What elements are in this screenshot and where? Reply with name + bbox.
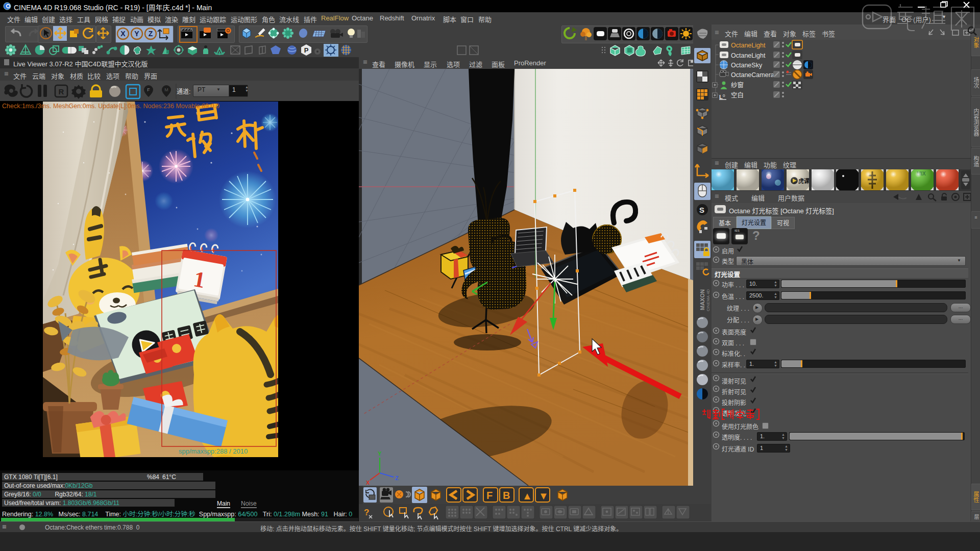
svg-text:R: R xyxy=(59,87,64,96)
svg-text:OctaneLight: OctaneLight xyxy=(731,42,766,49)
svg-text:Z: Z xyxy=(395,475,399,481)
svg-text:纱窗: 纱窗 xyxy=(731,82,744,89)
svg-text:OctaneCamera: OctaneCamera xyxy=(731,71,774,79)
svg-text:?: ? xyxy=(364,508,369,517)
svg-text:Y: Y xyxy=(134,30,139,38)
svg-text:spp/maxspp:288 / 2010: spp/maxspp:288 / 2010 xyxy=(179,447,248,455)
svg-text:Z: Z xyxy=(149,30,153,38)
svg-text:OctaneSky: OctaneSky xyxy=(731,62,763,69)
svg-text:OctaneLight: OctaneLight xyxy=(731,52,766,59)
svg-text:0: 0 xyxy=(723,93,725,98)
svg-text:空白: 空白 xyxy=(731,91,744,99)
svg-text:X: X xyxy=(120,30,126,38)
svg-text:X: X xyxy=(366,480,370,486)
svg-text:MAXON: MAXON xyxy=(699,289,705,310)
svg-text:B: B xyxy=(503,490,510,501)
svg-text:▲: ▲ xyxy=(522,490,532,502)
svg-text:L: L xyxy=(719,94,723,100)
svg-text:CINEMA 4D: CINEMA 4D xyxy=(706,289,710,311)
svg-text:M: M xyxy=(164,87,168,92)
svg-text:P: P xyxy=(304,46,309,54)
svg-text:▼: ▼ xyxy=(538,490,549,502)
svg-text:S: S xyxy=(699,206,704,214)
svg-text:F: F xyxy=(486,490,493,501)
svg-text:F: F xyxy=(147,87,150,92)
svg-text:Y: Y xyxy=(378,450,382,457)
